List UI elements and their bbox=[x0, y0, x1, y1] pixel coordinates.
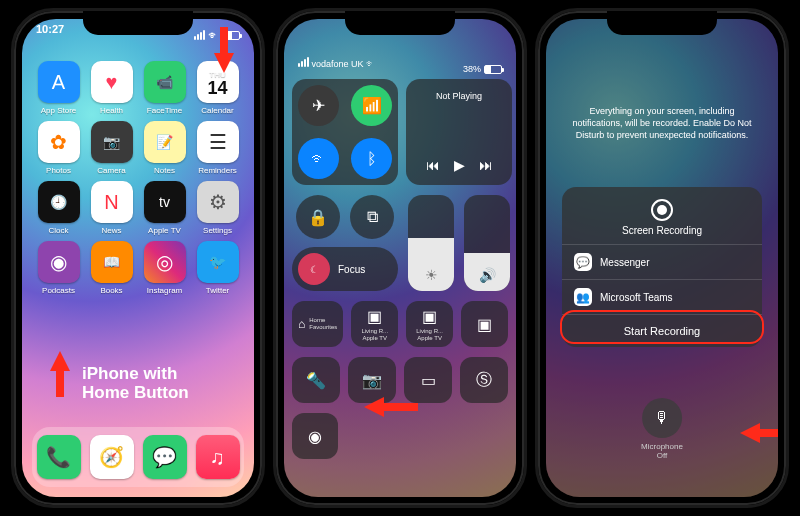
app-app-store[interactable]: AApp Store bbox=[34, 61, 83, 115]
app-books[interactable]: 📖Books bbox=[87, 241, 136, 295]
app-icon: ✿ bbox=[38, 121, 80, 163]
app-clock[interactable]: 🕘Clock bbox=[34, 181, 83, 235]
app-reminders[interactable]: ☰Reminders bbox=[193, 121, 242, 175]
app-icon: 📝 bbox=[144, 121, 186, 163]
prev-icon[interactable]: ⏮ bbox=[426, 157, 440, 173]
dock-phone[interactable]: 📞 bbox=[37, 435, 81, 479]
app-icon: 🐦 bbox=[197, 241, 239, 283]
app-icon: 🕘 bbox=[38, 181, 80, 223]
bluetooth-toggle[interactable]: ᛒ bbox=[351, 138, 392, 179]
sheet-title: Screen Recording bbox=[562, 225, 762, 236]
app-facetime[interactable]: 📹FaceTime bbox=[140, 61, 189, 115]
app-notes[interactable]: 📝Notes bbox=[140, 121, 189, 175]
app-label: Podcasts bbox=[42, 286, 75, 295]
phone-screen-recording-sheet: Everything on your screen, including not… bbox=[535, 8, 789, 508]
signal-icon bbox=[298, 57, 309, 67]
record-ring-icon bbox=[651, 199, 673, 221]
status-bar: vodafone UK ᯤ 38% bbox=[284, 57, 516, 81]
tiles-row-3: ⌂HomeFavourites▣Living R...Apple TV▣Livi… bbox=[292, 301, 508, 347]
tiles-row-5: ◉ bbox=[292, 413, 338, 459]
notch bbox=[83, 11, 193, 35]
app-settings[interactable]: ⚙Settings bbox=[193, 181, 242, 235]
app-label: News bbox=[101, 226, 121, 235]
brightness-slider[interactable]: ☀ bbox=[408, 195, 454, 291]
media-title: Not Playing bbox=[436, 91, 482, 101]
connectivity-tile: ✈ 📶 ᯤ ᛒ bbox=[292, 79, 398, 185]
moon-icon: ☾ bbox=[298, 253, 330, 285]
home-tile[interactable]: ⌂HomeFavourites bbox=[292, 301, 343, 347]
screen-mirroring-button[interactable]: ⧉ bbox=[350, 195, 394, 239]
screen: vodafone UK ᯤ 38% ✈ 📶 ᯤ ᛒ Not Playing ⏮▶… bbox=[284, 19, 516, 497]
wifi-toggle[interactable]: ᯤ bbox=[298, 138, 339, 179]
dock-messages[interactable]: 💬 bbox=[143, 435, 187, 479]
app-icon: 📖 bbox=[91, 241, 133, 283]
app-label: Calendar bbox=[201, 106, 233, 115]
microphone-icon: 🎙 bbox=[642, 398, 682, 438]
app-health[interactable]: ♥Health bbox=[87, 61, 136, 115]
tiles-row-4: 🔦📷▭Ⓢ bbox=[292, 357, 508, 403]
annotation-text: iPhone withHome Button bbox=[82, 364, 189, 403]
dock-music[interactable]: ♫ bbox=[196, 435, 240, 479]
play-icon[interactable]: ▶ bbox=[454, 157, 465, 173]
app-icon: tv bbox=[144, 181, 186, 223]
phone-home-screen: 10:27 ᯤ AApp Store♥Health📹FaceTimeTHU14C… bbox=[11, 8, 265, 508]
signal-icon bbox=[194, 30, 205, 40]
focus-button[interactable]: ☾ Focus bbox=[292, 247, 398, 291]
screen-recording-sheet: Screen Recording 💬Messenger👥Microsoft Te… bbox=[562, 187, 762, 347]
notch bbox=[345, 11, 455, 35]
sun-icon: ☀ bbox=[425, 267, 438, 283]
app-icon: N bbox=[91, 181, 133, 223]
apple-remote-button[interactable]: ▭ bbox=[404, 357, 452, 403]
remote-1[interactable]: ▣Living R...Apple TV bbox=[351, 301, 398, 347]
app-label: Books bbox=[100, 286, 122, 295]
app-label: Instagram bbox=[147, 286, 183, 295]
app-icon: ☰ bbox=[197, 121, 239, 163]
shazam-button[interactable]: Ⓢ bbox=[460, 357, 508, 403]
screen: 10:27 ᯤ AApp Store♥Health📹FaceTimeTHU14C… bbox=[22, 19, 254, 497]
status-time: 10:27 bbox=[36, 23, 64, 47]
orientation-lock-toggle[interactable]: 🔒 bbox=[296, 195, 340, 239]
airplane-toggle[interactable]: ✈ bbox=[298, 85, 339, 126]
broadcast-option-teams[interactable]: 👥Microsoft Teams bbox=[562, 279, 762, 314]
app-apple-tv[interactable]: tvApple TV bbox=[140, 181, 189, 235]
app-icon: 📷 bbox=[91, 121, 133, 163]
recording-info-text: Everything on your screen, including not… bbox=[564, 105, 760, 141]
app-label: App Store bbox=[41, 106, 77, 115]
dock-safari[interactable]: 🧭 bbox=[90, 435, 134, 479]
annotation-arrow-left bbox=[740, 423, 760, 443]
start-recording-button[interactable]: Start Recording bbox=[562, 314, 762, 347]
flashlight-button[interactable]: 🔦 bbox=[292, 357, 340, 403]
app-icon: ◎ bbox=[144, 241, 186, 283]
annotation-arrow-down bbox=[214, 53, 234, 73]
app-news[interactable]: NNews bbox=[87, 181, 136, 235]
microphone-toggle[interactable]: 🎙 MicrophoneOff bbox=[641, 398, 683, 461]
app-label: Photos bbox=[46, 166, 71, 175]
volume-slider[interactable]: 🔊 bbox=[464, 195, 510, 291]
cellular-toggle[interactable]: 📶 bbox=[351, 85, 392, 126]
remote-2[interactable]: ▣Living R...Apple TV bbox=[406, 301, 453, 347]
sheet-header: Screen Recording bbox=[562, 187, 762, 244]
next-icon[interactable]: ⏭ bbox=[479, 157, 493, 173]
app-label: Camera bbox=[97, 166, 125, 175]
focus-label: Focus bbox=[338, 264, 365, 275]
app-photos[interactable]: ✿Photos bbox=[34, 121, 83, 175]
phone-control-center: vodafone UK ᯤ 38% ✈ 📶 ᯤ ᛒ Not Playing ⏮▶… bbox=[273, 8, 527, 508]
broadcast-option-messenger[interactable]: 💬Messenger bbox=[562, 244, 762, 279]
app-label: Health bbox=[100, 106, 123, 115]
app-icon: ♥ bbox=[91, 61, 133, 103]
dock: 📞🧭💬♫ bbox=[32, 427, 244, 487]
annotation-arrow-up bbox=[50, 351, 70, 371]
screen-record-button[interactable]: ◉ bbox=[292, 413, 338, 459]
app-label: Settings bbox=[203, 226, 232, 235]
annotation-arrow-left bbox=[364, 397, 384, 417]
app-podcasts[interactable]: ◉Podcasts bbox=[34, 241, 83, 295]
app-instagram[interactable]: ◎Instagram bbox=[140, 241, 189, 295]
teams-icon: 👥 bbox=[574, 288, 592, 306]
app-grid: AApp Store♥Health📹FaceTimeTHU14Calendar✿… bbox=[22, 61, 254, 295]
app-twitter[interactable]: 🐦Twitter bbox=[193, 241, 242, 295]
media-tile[interactable]: Not Playing ⏮▶⏭ bbox=[406, 79, 512, 185]
app-label: Clock bbox=[48, 226, 68, 235]
remote-3[interactable]: ▣ bbox=[461, 301, 508, 347]
app-label: FaceTime bbox=[147, 106, 182, 115]
app-camera[interactable]: 📷Camera bbox=[87, 121, 136, 175]
